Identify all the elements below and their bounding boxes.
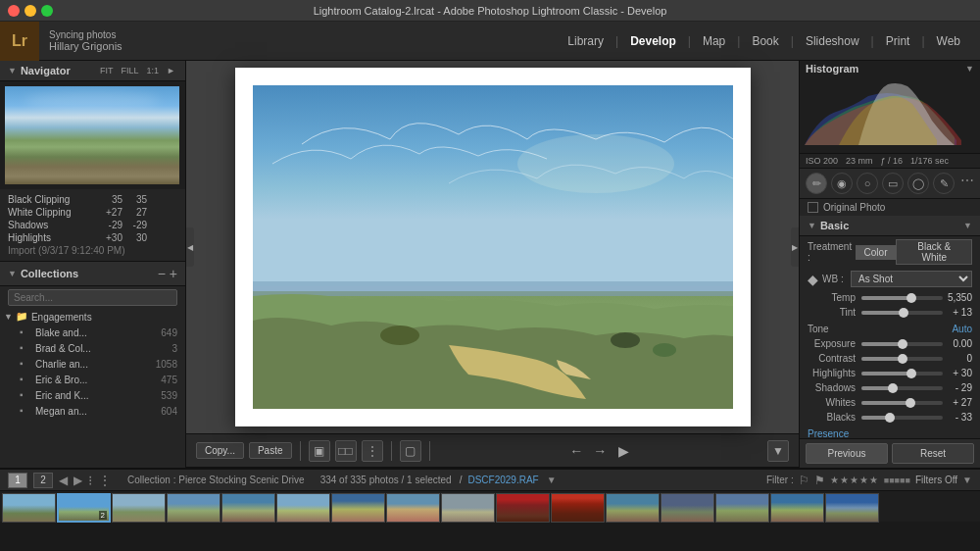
exposure-slider[interactable] [861,342,943,346]
list-item[interactable]: ▪ Eric and K... 539 [0,387,185,403]
shadows-thumb[interactable] [888,383,898,393]
film-thumb-6[interactable] [276,493,330,523]
loupe-view-icon[interactable]: ▣ [309,440,330,462]
collections-plus[interactable]: + [170,266,177,281]
maximize-button[interactable] [41,5,53,17]
contrast-thumb[interactable] [898,354,907,364]
toolbar-end-icon[interactable]: ▼ [767,440,789,462]
basic-options-icon[interactable]: ▼ [963,221,972,230]
filters-off-arrow[interactable]: ▼ [962,475,972,485]
copy-button[interactable]: Copy... [196,442,244,459]
temp-thumb[interactable] [906,293,916,303]
nav-expand-icon[interactable]: ► [165,66,177,75]
shadows-slider[interactable] [861,386,943,390]
film-thumb-10[interactable] [496,493,550,523]
film-thumb-1[interactable] [2,493,56,523]
filmstrip-prev-icon[interactable]: ◀ [59,474,68,487]
list-item[interactable]: ▪ Brad & Col... 3 [0,340,185,356]
grid-view-icon[interactable]: ⋮ [362,440,383,462]
fill-button[interactable]: FILL [120,66,141,75]
auto-button[interactable]: Auto [952,324,972,334]
crop-overlay-icon[interactable]: ▢ [400,440,421,462]
contrast-slider[interactable] [861,357,943,361]
wb-dropper-icon[interactable]: ◆ [808,272,818,287]
film-thumb-9[interactable] [441,493,495,523]
radial-filter-icon[interactable]: ◯ [907,173,929,194]
list-item[interactable]: ▪ Charlie an... 1058 [0,356,185,372]
filmstrip-grid2-icon[interactable]: ⋮ [98,473,112,488]
fit-button[interactable]: FIT [98,66,116,75]
film-thumb-3[interactable] [112,493,166,523]
spot-removal-icon[interactable]: ◉ [831,173,853,194]
collections-search-input[interactable] [8,289,177,306]
film-thumb-13[interactable] [661,493,714,523]
histogram-expand-icon[interactable]: ▼ [965,64,974,74]
before-after-icon[interactable]: □□ [335,440,357,462]
exposure-thumb[interactable] [898,339,907,349]
tint-thumb[interactable] [899,308,908,318]
film-thumb-4[interactable] [167,493,220,523]
nav-print[interactable]: Print [876,30,920,52]
collections-minus[interactable]: − [158,266,166,281]
whites-thumb[interactable] [906,398,915,408]
nav-web[interactable]: Web [927,30,970,52]
wb-select[interactable]: As Shot [851,271,972,287]
film-thumb-12[interactable] [606,493,660,523]
paste-button[interactable]: Paste [249,442,292,459]
close-button[interactable] [8,5,20,17]
onetoone-button[interactable]: 1:1 [145,66,162,75]
whites-slider[interactable] [861,401,943,405]
right-scroll-area[interactable]: Original Photo ▼ Basic ▼ Treatment : Col… [800,199,980,438]
film-thumb-7[interactable] [331,493,385,523]
next-photo-button[interactable]: → [589,440,611,462]
basic-triangle-icon[interactable]: ▼ [808,221,816,230]
highlights-slider[interactable] [861,372,943,376]
film-thumb-5[interactable] [221,493,275,523]
collections-triangle[interactable]: ▼ [8,269,17,278]
original-photo-checkbox[interactable] [808,202,818,213]
nav-book[interactable]: Book [742,30,788,52]
nav-library[interactable]: Library [558,30,613,52]
color-treatment-button[interactable]: Color [856,245,897,260]
film-thumb-14[interactable] [715,493,769,523]
crop-tool-icon[interactable]: ✏ [806,173,827,194]
panel-options-icon[interactable]: ⋯ [960,173,974,194]
film-thumb-15[interactable] [770,493,824,523]
left-panel-toggle[interactable]: ◀ [186,227,194,267]
film-thumb-2[interactable]: 2 [57,493,111,523]
tint-slider[interactable] [861,311,943,315]
list-item[interactable]: ▼ 📁 Engagements [0,309,185,325]
filmstrip-grid-icon[interactable]: ⁝ [88,473,92,488]
highlights-thumb[interactable] [906,369,916,378]
filter-colors[interactable]: ■■■■■ [884,476,910,485]
film-thumb-11[interactable] [551,493,605,523]
filter-flag1[interactable]: ⚐ [799,474,809,487]
filmstrip-filename[interactable]: DSCF2029.RAF [467,475,538,485]
list-item[interactable]: ▪ Eric & Bro... 475 [0,372,185,387]
previous-button[interactable]: Previous [806,443,888,464]
nav-slideshow[interactable]: Slideshow [796,30,869,52]
navigator-triangle[interactable]: ▼ [8,66,17,75]
nav-develop[interactable]: Develop [620,30,686,52]
filter-flag2[interactable]: ⚑ [814,474,825,487]
adjustment-brush-icon[interactable]: ✎ [933,173,955,194]
filters-off-label[interactable]: Filters Off [915,475,957,485]
film-thumb-16[interactable] [825,493,879,523]
list-item[interactable]: ▪ Megan an... 604 [0,403,185,419]
filmstrip-next-icon[interactable]: ▶ [74,474,82,487]
minimize-button[interactable] [24,5,36,17]
list-item[interactable]: ▪ Blake and... 649 [0,325,185,340]
page-2[interactable]: 2 [33,473,53,488]
play-button[interactable]: ▶ [612,440,634,462]
temp-slider[interactable] [861,296,943,300]
reset-button[interactable]: Reset [892,443,974,464]
blacks-thumb[interactable] [885,413,895,423]
right-panel-toggle[interactable]: ▶ [791,227,799,267]
redeye-icon[interactable]: ○ [857,173,878,194]
bw-treatment-button[interactable]: Black & White [896,239,972,265]
nav-map[interactable]: Map [693,30,735,52]
film-thumb-8[interactable] [386,493,440,523]
gradient-filter-icon[interactable]: ▭ [882,173,904,194]
blacks-slider[interactable] [861,416,943,420]
page-1[interactable]: 1 [8,473,27,488]
